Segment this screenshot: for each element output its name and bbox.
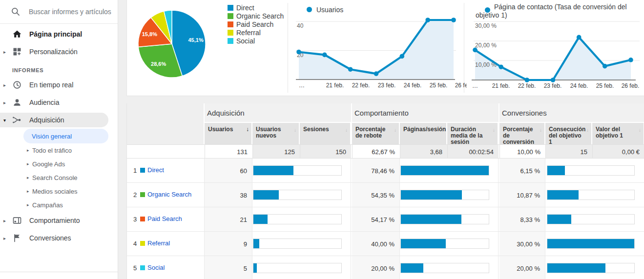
channels-table: AdquisiciónComportamientoConversionesUsu… (126, 103, 644, 279)
column-header-6[interactable]: Porcentaje de conversión del objetivo 1↓ (499, 123, 544, 144)
metric-value-cell: 5 (205, 256, 252, 279)
sidebar-item-label: En tiempo real (29, 81, 73, 89)
totals-cell: 15 (545, 145, 592, 158)
column-header-label: Sesiones (303, 126, 329, 133)
chevron-right-icon: ▸ (27, 161, 29, 166)
x-tick-label: 23 feb. (378, 82, 396, 89)
legend-item-Organic Search: Organic Search (228, 12, 284, 20)
sidebar-item-google-ads[interactable]: ▸Google Ads (0, 157, 118, 171)
metric-bar (400, 263, 489, 273)
column-header-8[interactable]: Valor del objetivo 1↓ (592, 123, 644, 144)
data-point (577, 35, 582, 40)
channel-link-Organic Search[interactable]: Organic Search (147, 191, 191, 198)
totals-cell: 10,00 % (499, 145, 545, 158)
metric-value-cell: 20,00 % (352, 256, 400, 279)
data-point (400, 54, 405, 59)
column-header-3[interactable]: Porcentaje de rebote↓ (352, 123, 399, 144)
person-icon (12, 98, 22, 107)
rank-number: 4 (133, 240, 137, 247)
table-row-Referral: 4Referral940,00 %30,00 % (127, 232, 644, 256)
sidebar-item-label: Audiencia (29, 99, 60, 106)
sidebar-item-customization[interactable]: ▸Personalización (0, 43, 118, 60)
channel-link-Referral[interactable]: Referral (147, 239, 170, 247)
metric-bar (253, 263, 342, 273)
sidebar-item-all-traffic[interactable]: ▸Todo el tráfico (0, 143, 118, 157)
table-row-Organic Search: 2Organic Search3854,35 %10,87 % (127, 183, 644, 207)
channel-link-Paid Search[interactable]: Paid Search (147, 215, 182, 222)
pie-legend: DirectOrganic SearchPaid SearchReferralS… (228, 3, 284, 45)
column-header-5[interactable]: Duración media de la sesión↓ (447, 123, 498, 144)
data-point (348, 67, 353, 72)
search-input[interactable] (29, 8, 112, 16)
channel-link-Social[interactable]: Social (147, 264, 165, 271)
channel-cell: 5Social (127, 256, 205, 279)
data-point (374, 71, 379, 76)
channel-link-Direct[interactable]: Direct (147, 166, 164, 174)
column-header-0[interactable]: Usuarios↓ (205, 123, 251, 144)
metric-bar-fill (547, 263, 605, 273)
metric-bar-fill (253, 166, 293, 175)
acquisition-icon (12, 115, 22, 125)
column-header-label: Usuarios nuevos (256, 126, 281, 139)
sort-icon: ↓ (294, 127, 296, 133)
table-row-Paid Search: 3Paid Search2154,17 %8,33 % (127, 207, 644, 232)
metric-bar (400, 214, 489, 224)
rank-number: 3 (133, 216, 137, 223)
sidebar-item-audience[interactable]: ▸Audiencia (0, 94, 118, 111)
metric-bar (253, 239, 342, 249)
sort-icon: ↓ (493, 127, 495, 133)
sidebar-item-label: Medios sociales (32, 188, 78, 195)
sidebar-divider (0, 272, 118, 272)
data-point (296, 50, 301, 55)
metric-bar (547, 239, 635, 249)
sidebar-item-overview[interactable]: Visión general (23, 129, 108, 143)
metric-bar-fill (253, 263, 257, 273)
column-header-2[interactable]: Sesiones↓ (300, 123, 350, 144)
column-header-1[interactable]: Usuarios nuevos↓ (252, 123, 299, 144)
column-header-4[interactable]: Páginas/sesión↓ (400, 123, 446, 144)
pie-slice-label: 45,1% (188, 37, 203, 43)
search-bar[interactable] (0, 0, 118, 24)
sidebar-item-home[interactable]: Página principal (0, 25, 118, 43)
metric-value-cell: 78,46 % (352, 159, 400, 182)
table-row-Social: 5Social520,00 %20,00 % (127, 256, 644, 279)
sidebar-item-campaigns[interactable]: ▸Campañas (0, 198, 118, 212)
sidebar-item-acquisition[interactable]: ▾Adquisición (0, 113, 108, 127)
sidebar-item-search-console[interactable]: ▸Search Console (0, 171, 118, 184)
column-header-label: Consecución del objetivo 1 (549, 126, 585, 145)
sidebar-section-label: INFORMES (0, 60, 118, 76)
metric-value-cell: 6,15 % (499, 159, 545, 182)
legend-swatch (228, 5, 233, 11)
metric-bar-fill (401, 263, 423, 273)
metric-value-cell: 40,00 % (352, 232, 400, 256)
sort-icon: ↓ (441, 127, 444, 133)
sort-desc-icon: ↓ (246, 126, 249, 133)
metric-bar-fill (401, 239, 446, 248)
totals-cell: 125 (252, 145, 300, 158)
sidebar-item-social-media[interactable]: ▸Medios sociales (0, 184, 118, 198)
data-point (551, 78, 556, 82)
data-point (322, 53, 327, 58)
column-header-7[interactable]: Consecución del objetivo 1↓ (545, 123, 591, 144)
sidebar-item-realtime[interactable]: ▸En tiempo real (0, 76, 118, 94)
sidebar-item-conversions[interactable]: ▸Conversiones (0, 229, 118, 247)
metric-bar (400, 239, 489, 249)
x-tick-label: 26 feb. (455, 82, 467, 89)
sort-icon: ↓ (540, 127, 542, 133)
x-tick-label: … (472, 82, 478, 89)
sidebar-item-behavior[interactable]: ▸Comportamiento (0, 212, 118, 229)
table-row-Direct: 1Direct6078,46 %6,15 % (127, 159, 644, 183)
channel-cell: 2Organic Search (127, 183, 205, 207)
sidebar-item-label: Visión general (32, 133, 72, 140)
chevron-right-icon: ▸ (27, 175, 29, 180)
legend-label: Paid Search (236, 20, 273, 28)
x-tick-label: 22 feb. (518, 82, 536, 89)
sidebar-item-label: Search Console (32, 174, 78, 181)
area-fill (475, 37, 631, 80)
metric-bar-fill (401, 215, 461, 224)
users-line-chart: 4020…21 feb.22 feb.23 feb.24 feb.25 feb.… (293, 0, 467, 93)
card-divider (288, 3, 288, 93)
sidebar-nav: Página principal▸PersonalizaciónINFORMES… (0, 24, 118, 247)
data-point (602, 64, 607, 69)
channel-cell: 3Paid Search (127, 207, 205, 231)
